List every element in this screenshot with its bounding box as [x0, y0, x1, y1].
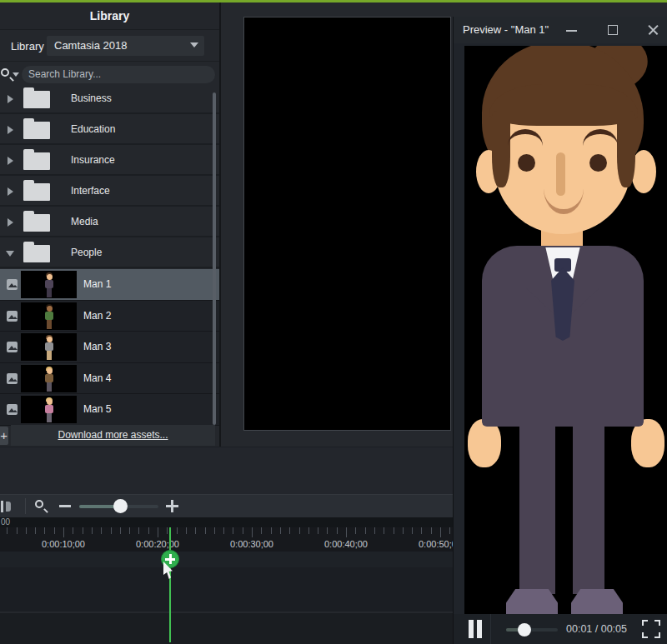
close-button[interactable] [639, 17, 667, 43]
character-shoe-left [506, 589, 558, 614]
playhead-line[interactable] [169, 527, 171, 642]
add-button[interactable]: + [0, 427, 8, 445]
folder-icon [23, 214, 50, 232]
folder-row[interactable]: Insurance [0, 145, 219, 176]
asset-label: Man 1 [83, 278, 111, 290]
ruler-time-label: 0:00:20;00 [136, 539, 179, 549]
mini-character [44, 335, 54, 360]
character-shoe-right [571, 589, 623, 614]
asset-thumbnail [21, 271, 77, 298]
library-dropdown[interactable]: Camtasia 2018 [47, 36, 204, 56]
asset-thumbnail [21, 302, 77, 330]
zoom-slider-handle[interactable] [113, 499, 128, 513]
folder-row[interactable]: Education [0, 114, 219, 145]
ruler-time-label: 0:00:10;00 [42, 539, 85, 549]
character-hair-side-left [492, 111, 510, 187]
character-leg-right [573, 421, 604, 594]
folder-row[interactable]: People [0, 237, 219, 268]
asset-thumbnail [21, 333, 77, 361]
canvas[interactable] [243, 17, 451, 431]
folder-expand-caret-icon[interactable] [8, 218, 13, 227]
folder-icon [23, 183, 50, 201]
asset-label: Man 3 [83, 341, 111, 352]
image-icon [7, 311, 18, 322]
library-dropdown-label: Library [11, 40, 44, 52]
folder-label: People [71, 247, 102, 258]
library-header: Library [0, 2, 219, 30]
minimize-button[interactable] [557, 17, 585, 43]
library-scrollbar[interactable] [213, 92, 216, 425]
search-icon[interactable] [1, 68, 9, 77]
preview-time: 00:01 / 00:05 [566, 623, 627, 635]
folder-icon [23, 91, 50, 108]
folder-icon [23, 122, 50, 139]
mini-character [44, 304, 54, 329]
folder-expand-caret-icon[interactable] [8, 157, 13, 165]
asset-thumbnail [21, 365, 77, 392]
asset-row[interactable]: Man 2 [0, 301, 219, 332]
maximize-button[interactable] [599, 17, 627, 43]
folder-row[interactable]: Interface [0, 176, 219, 207]
folder-icon [23, 245, 50, 262]
image-icon [7, 342, 18, 352]
library-dropdown-row: Library Camtasia 2018 [0, 34, 219, 59]
asset-label: Man 2 [83, 310, 111, 322]
mini-character [44, 367, 54, 392]
folder-list: Business Education Insurance Interface M… [0, 83, 219, 268]
folder-row[interactable]: Business [0, 83, 219, 114]
character-hair-side-right [617, 111, 635, 187]
character-eye-right [589, 154, 607, 172]
image-icon [7, 373, 18, 384]
folder-expand-caret-icon[interactable] [8, 187, 13, 196]
asset-row[interactable]: Man 4 [0, 363, 219, 395]
folder-row[interactable]: Media [0, 207, 219, 237]
download-more-assets-bar[interactable]: Download more assets... [11, 425, 215, 446]
camtasia-app: Library Library Camtasia 2018 Search Lib… [0, 0, 667, 644]
fullscreen-icon[interactable] [642, 620, 660, 638]
mini-character [44, 272, 54, 297]
zoom-out-button[interactable] [59, 505, 71, 507]
library-panel: Library Library Camtasia 2018 Search Lib… [0, 2, 219, 494]
mini-character [44, 397, 54, 422]
divider [0, 61, 219, 62]
library-title: Library [0, 2, 219, 30]
ruler-time-label: 0:00:30;00 [230, 539, 273, 549]
toolbar-divider [25, 498, 26, 514]
image-icon [7, 404, 18, 415]
character-hair-fringe [489, 84, 638, 126]
folder-label: Insurance [71, 154, 115, 166]
asset-list: Man 1 Man 2 Man 3 Man 4 [0, 269, 219, 426]
zoom-in-button-bar[interactable] [171, 500, 173, 512]
asset-label: Man 5 [83, 403, 111, 415]
search-input[interactable]: Search Library... [22, 66, 215, 83]
download-more-assets-link[interactable]: Download more assets... [58, 429, 168, 441]
preview-title: Preview - "Man 1" [463, 23, 549, 36]
pause-button[interactable] [469, 620, 485, 638]
preview-control-bar: 00:01 / 00:05 [454, 614, 667, 644]
folder-label: Media [71, 216, 98, 227]
character-eye-left [518, 154, 535, 172]
asset-row[interactable]: Man 5 [0, 394, 219, 426]
asset-row[interactable]: Man 3 [0, 332, 219, 363]
timeline-tool-icon[interactable] [1, 501, 11, 512]
preview-titlebar[interactable]: Preview - "Man 1" [454, 17, 667, 43]
asset-row[interactable]: Man 1 [0, 269, 219, 301]
folder-expand-caret-icon[interactable] [6, 251, 14, 257]
preview-bar-divider [490, 614, 491, 644]
ruler-origin-label: 00 [1, 517, 10, 527]
folder-label: Education [71, 123, 115, 135]
search-options-caret-icon[interactable] [13, 72, 19, 77]
preview-scrubber-handle[interactable] [518, 623, 531, 637]
folder-expand-caret-icon[interactable] [8, 95, 13, 103]
asset-thumbnail [21, 396, 77, 423]
preview-content [454, 43, 667, 614]
ruler-time-label: 0:00:40;00 [324, 539, 368, 549]
preview-video[interactable] [464, 46, 667, 614]
chevron-down-icon[interactable] [190, 42, 198, 47]
character-leg-left [519, 421, 555, 594]
folder-label: Interface [71, 185, 110, 197]
preview-window: Preview - "Man 1" [453, 17, 667, 644]
folder-expand-caret-icon[interactable] [8, 126, 13, 134]
folder-icon [23, 152, 50, 170]
folder-label: Business [71, 92, 112, 104]
